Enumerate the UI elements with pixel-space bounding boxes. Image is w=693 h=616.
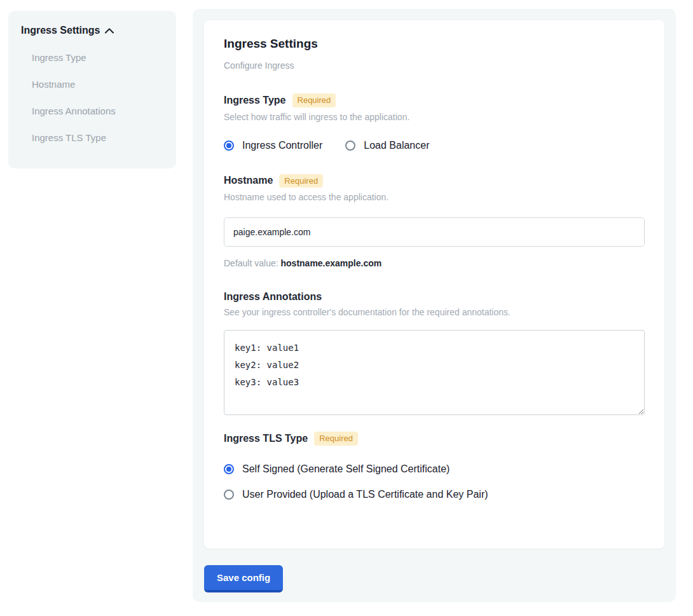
required-badge: Required — [292, 93, 336, 107]
hostname-input[interactable] — [224, 217, 645, 247]
ingress-annotations-label: Ingress Annotations — [224, 291, 322, 303]
radio-option-ingress-controller[interactable]: Ingress Controller — [224, 140, 322, 151]
radio-selected-icon — [224, 140, 234, 151]
sidebar-section-label: Ingress Settings — [21, 25, 100, 36]
radio-option-self-signed[interactable]: Self Signed (Generate Self Signed Certif… — [224, 463, 645, 475]
radio-option-user-provided[interactable]: User Provided (Upload a TLS Certificate … — [224, 489, 645, 500]
chevron-up-icon — [105, 28, 114, 34]
ingress-annotations-textarea[interactable]: key1: value1 key2: value2 key3: value3 — [224, 330, 645, 415]
required-badge: Required — [279, 174, 323, 188]
ingress-tls-radio-group: Self Signed (Generate Self Signed Certif… — [224, 463, 645, 500]
field-hostname: Hostname Required Hostname used to acces… — [224, 174, 645, 269]
field-ingress-type: Ingress Type Required Select how traffic… — [224, 93, 645, 151]
ingress-annotations-description: See your ingress controller's documentat… — [224, 307, 645, 317]
hostname-description: Hostname used to access the application. — [224, 192, 645, 202]
field-ingress-tls-type: Ingress TLS Type Required Self Signed (G… — [224, 432, 645, 500]
radio-selected-icon — [224, 464, 234, 474]
ingress-type-radio-group: Ingress Controller Load Balancer — [224, 140, 645, 151]
hostname-default-line: Default value: hostname.example.com — [224, 258, 645, 268]
required-badge: Required — [314, 432, 358, 446]
ingress-type-description: Select how traffic will ingress to the a… — [224, 112, 645, 122]
sidebar-item-hostname[interactable]: Hostname — [21, 79, 163, 90]
radio-option-label: User Provided (Upload a TLS Certificate … — [242, 489, 488, 500]
save-config-button[interactable]: Save config — [204, 565, 283, 592]
ingress-settings-card: Ingress Settings Configure Ingress Ingre… — [204, 20, 664, 549]
settings-main-panel: Ingress Settings Configure Ingress Ingre… — [193, 9, 676, 602]
hostname-label: Hostname — [224, 175, 273, 186]
sidebar-item-ingress-tls-type[interactable]: Ingress TLS Type — [21, 132, 163, 143]
ingress-tls-type-label: Ingress TLS Type — [224, 433, 308, 444]
sidebar-item-ingress-type[interactable]: Ingress Type — [21, 52, 163, 63]
radio-unselected-icon — [224, 489, 234, 500]
ingress-type-label: Ingress Type — [224, 95, 286, 106]
default-value-label: Default value: — [224, 258, 278, 268]
settings-sidebar: Ingress Settings Ingress Type Hostname I… — [8, 11, 176, 168]
radio-unselected-icon — [345, 140, 355, 151]
sidebar-section-ingress-settings[interactable]: Ingress Settings — [21, 25, 163, 36]
radio-option-label: Self Signed (Generate Self Signed Certif… — [242, 463, 449, 475]
radio-option-load-balancer[interactable]: Load Balancer — [345, 140, 429, 151]
radio-option-label: Load Balancer — [364, 140, 429, 151]
default-value-text: hostname.example.com — [281, 258, 382, 268]
field-ingress-annotations: Ingress Annotations See your ingress con… — [224, 291, 645, 415]
radio-option-label: Ingress Controller — [242, 140, 322, 151]
sidebar-item-ingress-annotations[interactable]: Ingress Annotations — [21, 106, 163, 116]
card-subtitle: Configure Ingress — [224, 60, 645, 71]
card-title: Ingress Settings — [224, 37, 645, 51]
